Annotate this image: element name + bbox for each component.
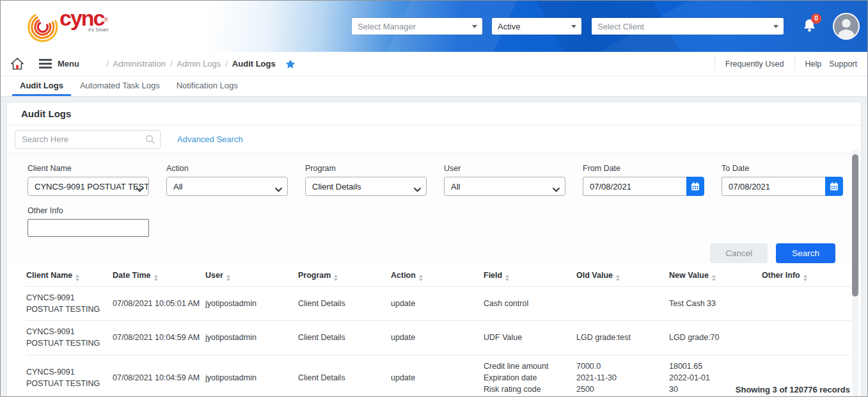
chevron-down-icon <box>275 184 282 194</box>
calendar-icon <box>830 182 839 191</box>
audit-logs-table: Client Name Date Time User Program Actio… <box>26 267 851 397</box>
select-manager-value: Select Manager <box>358 22 416 31</box>
sort-icon <box>334 275 338 281</box>
program-select[interactable]: Client Details <box>305 177 427 196</box>
select-client-dropdown[interactable]: Select Client <box>592 18 784 35</box>
help-support-links: Help Support <box>794 56 868 70</box>
notification-count-badge: 0 <box>811 13 821 24</box>
col-date-time[interactable]: Date Time <box>113 267 205 287</box>
audit-logs-panel: Audit Logs Advanced Search <box>6 102 862 397</box>
col-action[interactable]: Action <box>391 267 484 287</box>
log-tabs: Audit Logs Automated Task Logs Notificat… <box>1 76 867 97</box>
sort-icon <box>75 275 79 281</box>
col-client-name[interactable]: Client Name <box>26 267 113 287</box>
chevron-down-icon <box>553 184 560 194</box>
client-name-label: Client Name <box>28 164 149 173</box>
col-new-value[interactable]: New Value <box>669 267 762 287</box>
search-input[interactable] <box>15 130 161 149</box>
frequently-used-link[interactable]: Frequently Used <box>714 56 794 70</box>
to-date-input[interactable] <box>722 177 825 196</box>
status-dropdown[interactable]: Active <box>492 18 581 35</box>
breadcrumb-admin-logs[interactable]: Admin Logs <box>177 59 221 69</box>
select-manager-dropdown[interactable]: Select Manager <box>352 18 482 35</box>
sort-icon <box>154 275 158 281</box>
col-program[interactable]: Program <box>298 267 391 287</box>
menu-hamburger-icon[interactable] <box>39 59 52 69</box>
calendar-icon <box>691 182 700 191</box>
breadcrumb-audit-logs: Audit Logs <box>232 59 276 69</box>
from-date-input[interactable] <box>583 177 686 196</box>
action-select[interactable]: All <box>166 177 288 196</box>
sort-icon <box>505 275 509 281</box>
logo-registered-mark: ® <box>104 17 109 23</box>
col-old-value[interactable]: Old Value <box>576 267 669 287</box>
chevron-down-icon <box>571 25 576 28</box>
menu-label[interactable]: Menu <box>58 59 79 69</box>
panel-header: Audit Logs <box>7 102 861 126</box>
other-info-input[interactable] <box>28 219 149 237</box>
home-icon[interactable] <box>11 58 24 70</box>
other-info-label: Other Info <box>28 206 848 215</box>
table-row[interactable]: CYNCS-9091 POSTUAT TESTING 07/08/2021 10… <box>26 355 851 397</box>
favorite-star-icon[interactable] <box>285 59 296 69</box>
table-row[interactable]: CYNCS-9091 POSTUAT TESTING 07/08/2021 10… <box>26 321 851 355</box>
sort-icon <box>712 275 716 281</box>
chevron-down-icon <box>773 25 778 28</box>
search-icon <box>145 134 155 147</box>
breadcrumb-right-links: Frequently Used Help Support <box>714 52 867 76</box>
top-header: cync® it's Smart Select Manager Active S… <box>1 1 867 52</box>
sort-icon <box>616 275 620 281</box>
sort-icon <box>419 275 423 281</box>
scrollbar-thumb[interactable] <box>852 154 858 296</box>
filter-form: Client Name CYNCS-9091 POSTUAT TESTI Act… <box>7 154 861 237</box>
tab-automated-task-logs[interactable]: Automated Task Logs <box>72 76 168 96</box>
col-other-info[interactable]: Other Info <box>762 267 851 287</box>
cancel-button[interactable]: Cancel <box>710 243 768 263</box>
tab-audit-logs[interactable]: Audit Logs <box>12 76 71 96</box>
support-link[interactable]: Support <box>829 60 857 69</box>
vertical-scrollbar[interactable] <box>852 149 858 397</box>
from-date-calendar-button[interactable] <box>686 177 704 196</box>
app-window: cync® it's Smart Select Manager Active S… <box>0 0 868 397</box>
user-select[interactable]: All <box>444 177 565 196</box>
advanced-search-link[interactable]: Advanced Search <box>177 134 243 144</box>
to-date-calendar-button[interactable] <box>825 177 843 196</box>
col-user[interactable]: User <box>205 267 298 287</box>
to-date-label: To Date <box>722 164 843 173</box>
col-field[interactable]: Field <box>484 267 576 287</box>
person-icon <box>834 14 858 38</box>
filter-actions: Cancel Search <box>7 237 861 263</box>
chevron-down-icon <box>414 184 421 194</box>
chevron-down-icon <box>136 184 143 194</box>
client-name-select[interactable]: CYNCS-9091 POSTUAT TESTI <box>28 177 149 196</box>
breadcrumb: / Administration / Admin Logs / Audit Lo… <box>106 59 296 69</box>
tab-notification-logs[interactable]: Notification Logs <box>169 76 246 96</box>
sort-icon <box>803 275 807 281</box>
search-button[interactable]: Search <box>776 243 835 263</box>
logo-rings-icon <box>25 8 58 44</box>
user-avatar[interactable] <box>833 13 860 40</box>
table-row[interactable]: CYNCS-9091 POSTUAT TESTING 07/08/2021 10… <box>26 287 851 321</box>
select-client-value: Select Client <box>597 22 644 31</box>
page-title: Audit Logs <box>21 108 71 119</box>
breadcrumb-bar: Menu / Administration / Admin Logs / Aud… <box>1 52 867 76</box>
notifications-button[interactable]: 0 <box>803 18 816 35</box>
content-area: Audit Logs Advanced Search <box>1 97 867 397</box>
records-count-status: Showing 3 of 120776 records <box>736 385 850 394</box>
table-header-row: Client Name Date Time User Program Actio… <box>26 267 851 287</box>
user-label: User <box>444 164 565 173</box>
sort-icon <box>226 275 230 281</box>
action-label: Action <box>166 164 288 173</box>
chevron-down-icon <box>472 25 477 28</box>
program-label: Program <box>305 164 427 173</box>
brand-logo[interactable]: cync® it's Smart <box>25 8 108 44</box>
status-value: Active <box>498 22 520 31</box>
help-link[interactable]: Help <box>805 60 822 69</box>
breadcrumb-administration[interactable]: Administration <box>113 59 166 69</box>
search-row: Advanced Search <box>7 126 861 154</box>
from-date-label: From Date <box>583 164 704 173</box>
